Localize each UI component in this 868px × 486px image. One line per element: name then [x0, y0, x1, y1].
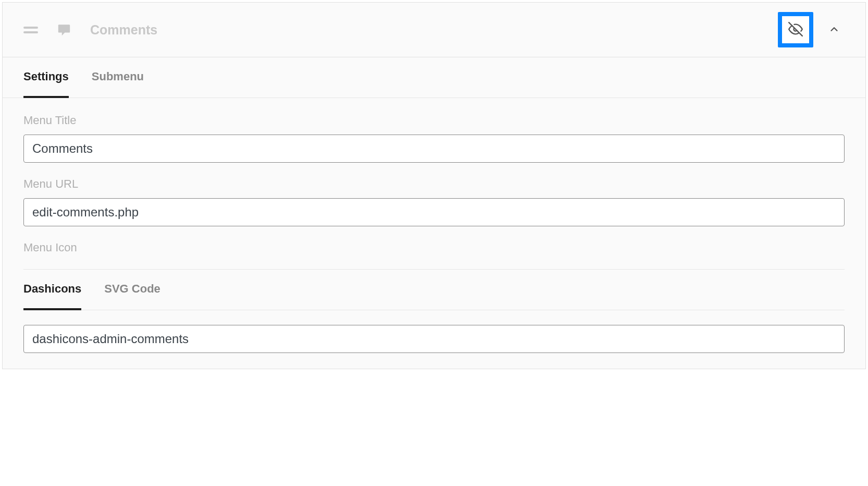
visibility-toggle-button[interactable] — [778, 12, 813, 47]
tab-submenu[interactable]: Submenu — [92, 57, 144, 98]
panel-title: Comments — [90, 22, 759, 38]
visibility-off-icon — [788, 22, 803, 38]
menu-url-input[interactable] — [23, 198, 845, 226]
main-tabs: Settings Submenu — [3, 57, 865, 98]
menu-item-panel: Comments Settings Submenu — [2, 2, 866, 369]
panel-header: Comments — [3, 3, 865, 57]
field-menu-title: Menu Title — [23, 114, 845, 163]
panel-body: Menu Title Menu URL Menu Icon Dashicons … — [3, 98, 865, 369]
menu-title-label: Menu Title — [23, 114, 845, 127]
collapse-button[interactable] — [824, 19, 845, 40]
field-menu-url: Menu URL — [23, 177, 845, 226]
tab-settings[interactable]: Settings — [23, 57, 69, 98]
menu-title-input[interactable] — [23, 135, 845, 163]
tab-dashicons[interactable]: Dashicons — [23, 270, 81, 310]
tab-svg-code[interactable]: SVG Code — [104, 270, 160, 310]
field-menu-icon: Menu Icon — [23, 241, 845, 254]
icon-tabs: Dashicons SVG Code — [23, 270, 845, 310]
menu-url-label: Menu URL — [23, 177, 845, 191]
header-actions — [778, 12, 845, 47]
comments-icon — [57, 22, 71, 37]
dashicon-input[interactable] — [23, 325, 845, 353]
drag-handle-icon[interactable] — [23, 27, 38, 33]
menu-icon-label: Menu Icon — [23, 241, 845, 254]
chevron-up-icon — [828, 23, 840, 37]
